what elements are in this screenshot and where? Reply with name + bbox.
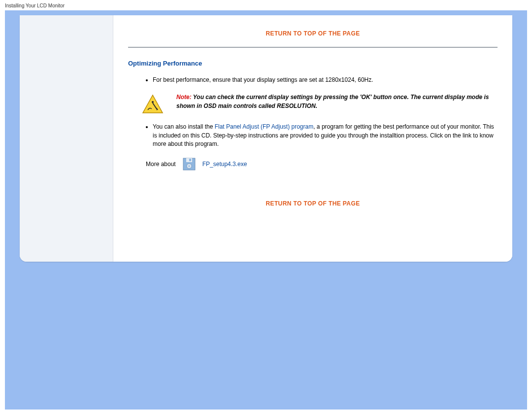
bullet2-pre: You can also install the <box>153 123 215 130</box>
page-background: RETURN TO TOP OF THE PAGE Optimizing Per… <box>5 10 527 410</box>
svg-point-7 <box>188 165 190 167</box>
more-about-label: More about <box>146 161 176 168</box>
floppy-icon <box>183 158 196 171</box>
page-title: Installing Your LCD Monitor <box>0 0 532 9</box>
note-block: Note: You can check the current display … <box>142 93 498 114</box>
content-panel: RETURN TO TOP OF THE PAGE Optimizing Per… <box>20 15 512 262</box>
bullet-performance: For best performance, ensure that your d… <box>153 76 498 84</box>
section-title: Optimizing Performance <box>128 60 498 67</box>
main-content: RETURN TO TOP OF THE PAGE Optimizing Per… <box>113 15 512 262</box>
note-body: You can check the current display settin… <box>176 94 489 109</box>
note-text: Note: You can check the current display … <box>176 93 498 110</box>
return-bottom-link[interactable]: RETURN TO TOP OF THE PAGE <box>128 200 498 207</box>
svg-point-1 <box>152 101 154 103</box>
more-about-row: More about FP_setup4.3.exe <box>146 158 498 171</box>
divider <box>128 47 498 48</box>
note-label: Note: <box>176 94 193 101</box>
svg-marker-0 <box>143 95 163 113</box>
svg-rect-5 <box>189 159 191 161</box>
sidebar <box>20 15 113 262</box>
bullet-fpadjust: You can also install the Flat Panel Adju… <box>153 123 498 148</box>
return-top-link[interactable]: RETURN TO TOP OF THE PAGE <box>128 30 498 37</box>
warning-icon <box>142 94 164 114</box>
fp-setup-file-link[interactable]: FP_setup4.3.exe <box>202 161 247 168</box>
fp-adjust-link[interactable]: Flat Panel Adjust (FP Adjust) program <box>215 123 314 130</box>
